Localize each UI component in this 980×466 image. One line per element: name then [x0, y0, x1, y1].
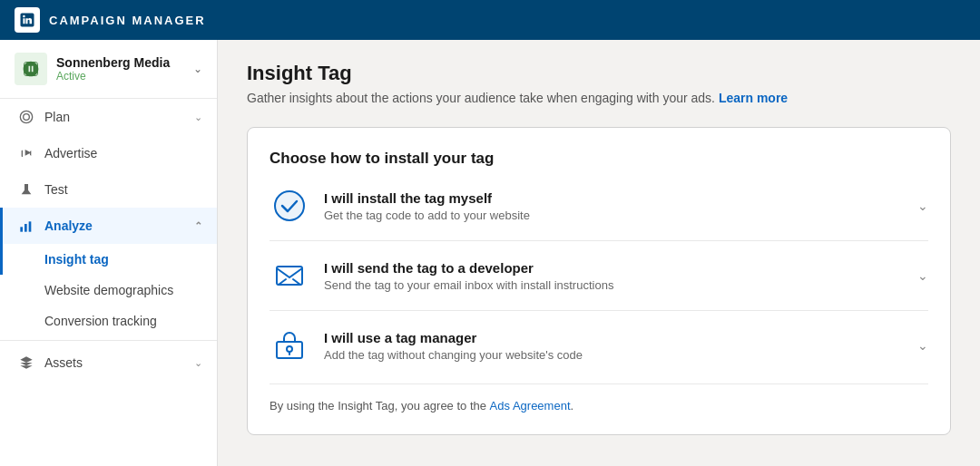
card-footer: By using the Insight Tag, you agree to t…: [270, 383, 928, 413]
learn-more-link[interactable]: Learn more: [719, 91, 788, 105]
conversion-tracking-label: Conversion tracking: [44, 314, 157, 328]
svg-rect-4: [24, 184, 28, 185]
install-myself-chevron-icon: ⌄: [917, 199, 928, 213]
assets-label: Assets: [44, 355, 194, 370]
install-myself-option[interactable]: I will install the tag myself Get the ta…: [270, 186, 928, 240]
tag-manager-content: I will use a tag manager Add the tag wit…: [324, 330, 917, 362]
send-developer-chevron-icon: ⌄: [917, 268, 928, 283]
sidebar-item-plan[interactable]: Plan ⌄: [0, 99, 217, 135]
nav-divider: [0, 340, 217, 341]
svg-rect-11: [277, 342, 302, 358]
plan-icon: [17, 110, 35, 124]
send-developer-option[interactable]: I will send the tag to a developer Send …: [270, 240, 928, 310]
assets-icon: [17, 355, 35, 370]
page-subtitle: Gather insights about the actions your a…: [247, 91, 951, 105]
svg-rect-5: [20, 227, 23, 231]
top-navigation-bar: CAMPAIGN MANAGER: [0, 0, 980, 40]
account-status: Active: [56, 70, 193, 83]
svg-point-0: [26, 63, 29, 65]
send-developer-title: I will send the tag to a developer: [324, 260, 917, 276]
send-developer-icon: [270, 256, 309, 296]
install-myself-desc: Get the tag code to add to your website: [324, 209, 917, 222]
assets-chevron-icon: ⌄: [194, 357, 202, 369]
send-developer-desc: Send the tag to your email inbox with in…: [324, 278, 917, 292]
page-title: Insight Tag: [247, 62, 951, 85]
sidebar-item-conversion-tracking[interactable]: Conversion tracking: [0, 306, 217, 336]
svg-point-2: [20, 111, 32, 122]
app-title: CAMPAIGN MANAGER: [49, 14, 206, 27]
avatar: [15, 53, 47, 85]
tag-manager-chevron-icon: ⌄: [917, 338, 928, 353]
insight-tag-label: Insight tag: [44, 252, 109, 267]
plan-chevron-icon: ⌄: [194, 112, 202, 123]
svg-rect-7: [29, 221, 32, 231]
tag-manager-option[interactable]: I will use a tag manager Add the tag wit…: [270, 310, 928, 380]
svg-rect-6: [24, 224, 27, 232]
sidebar-item-test[interactable]: Test: [0, 171, 217, 208]
plan-label: Plan: [44, 110, 194, 124]
tag-manager-title: I will use a tag manager: [324, 330, 917, 345]
install-myself-title: I will install the tag myself: [324, 190, 917, 206]
card-title: Choose how to install your tag: [270, 150, 928, 168]
install-tag-card: Choose how to install your tag I will in…: [247, 127, 951, 435]
sidebar-item-advertise[interactable]: Advertise: [0, 135, 217, 171]
advertise-label: Advertise: [44, 146, 202, 160]
analyze-icon: [17, 218, 35, 233]
account-chevron-icon: ⌄: [193, 63, 202, 75]
ads-agreement-link[interactable]: Ads Agreement: [490, 399, 571, 413]
account-selector[interactable]: Sonnenberg Media Active ⌄: [0, 40, 217, 99]
brand-logo: CAMPAIGN MANAGER: [15, 7, 206, 33]
tag-manager-desc: Add the tag without changing your websit…: [324, 348, 917, 362]
analyze-chevron-icon: ⌃: [194, 220, 202, 232]
advertise-icon: [17, 146, 35, 160]
account-name: Sonnenberg Media: [56, 55, 193, 70]
sidebar-item-website-demographics[interactable]: Website demographics: [0, 275, 217, 306]
account-info: Sonnenberg Media Active: [56, 55, 193, 83]
sidebar: Sonnenberg Media Active ⌄ Plan ⌄ Adverti…: [0, 40, 218, 466]
website-demographics-label: Website demographics: [44, 283, 173, 297]
send-developer-content: I will send the tag to a developer Send …: [324, 260, 917, 292]
install-myself-icon: [270, 186, 309, 226]
svg-point-9: [275, 191, 304, 220]
test-label: Test: [44, 182, 202, 197]
test-icon: [17, 182, 35, 197]
linkedin-icon: [15, 7, 40, 33]
sidebar-item-insight-tag[interactable]: Insight tag: [0, 244, 217, 275]
analyze-label: Analyze: [44, 218, 194, 233]
main-content: Insight Tag Gather insights about the ac…: [218, 40, 980, 466]
svg-point-3: [24, 114, 30, 121]
install-myself-content: I will install the tag myself Get the ta…: [324, 190, 917, 222]
svg-rect-10: [277, 267, 302, 285]
sidebar-item-analyze[interactable]: Analyze ⌃: [0, 208, 217, 244]
tag-manager-icon: [270, 325, 309, 365]
sidebar-item-assets[interactable]: Assets ⌄: [0, 345, 217, 381]
